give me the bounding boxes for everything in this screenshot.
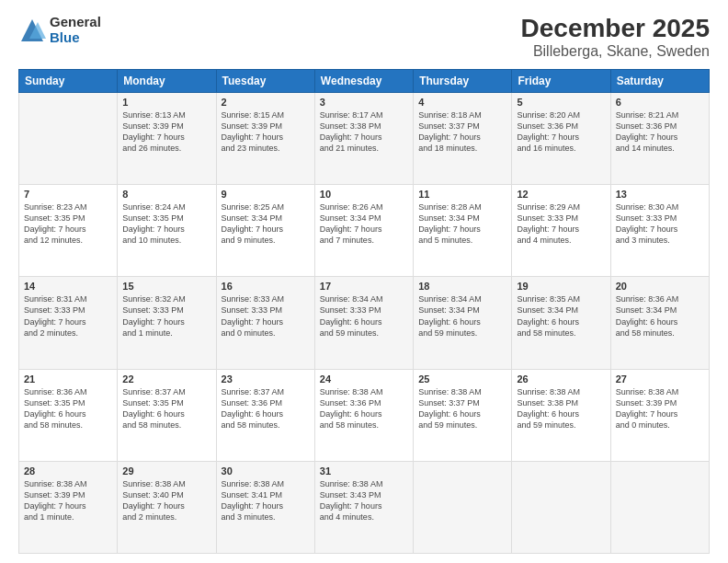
calendar-table: SundayMondayTuesdayWednesdayThursdayFrid…: [18, 69, 710, 554]
calendar-cell: 31Sunrise: 8:38 AM Sunset: 3:43 PM Dayli…: [314, 461, 413, 553]
day-number: 7: [24, 189, 112, 200]
calendar-cell: [414, 461, 512, 553]
day-content: Sunrise: 8:38 AM Sunset: 3:41 PM Dayligh…: [222, 478, 310, 523]
calendar-cell: 12Sunrise: 8:29 AM Sunset: 3:33 PM Dayli…: [512, 185, 610, 277]
calendar-week-5: 28Sunrise: 8:38 AM Sunset: 3:39 PM Dayli…: [19, 461, 710, 553]
calendar-cell: 25Sunrise: 8:38 AM Sunset: 3:37 PM Dayli…: [414, 369, 512, 461]
calendar-cell: 10Sunrise: 8:26 AM Sunset: 3:34 PM Dayli…: [314, 185, 413, 277]
day-content: Sunrise: 8:34 AM Sunset: 3:33 PM Dayligh…: [320, 293, 408, 339]
day-content: Sunrise: 8:21 AM Sunset: 3:36 PM Dayligh…: [616, 109, 704, 155]
day-content: Sunrise: 8:31 AM Sunset: 3:33 PM Dayligh…: [24, 293, 112, 339]
day-content: Sunrise: 8:30 AM Sunset: 3:33 PM Dayligh…: [616, 201, 704, 247]
logo-icon: [18, 17, 46, 44]
calendar-cell: 28Sunrise: 8:38 AM Sunset: 3:39 PM Dayli…: [19, 461, 118, 553]
day-content: Sunrise: 8:35 AM Sunset: 3:34 PM Dayligh…: [517, 293, 605, 339]
day-number: 17: [320, 281, 408, 292]
day-number: 31: [320, 465, 408, 477]
day-number: 1: [122, 97, 210, 108]
calendar-header-row: SundayMondayTuesdayWednesdayThursdayFrid…: [19, 69, 710, 92]
calendar-cell: 17Sunrise: 8:34 AM Sunset: 3:33 PM Dayli…: [314, 277, 413, 369]
calendar-cell: 18Sunrise: 8:34 AM Sunset: 3:34 PM Dayli…: [414, 277, 512, 369]
calendar-cell: 4Sunrise: 8:18 AM Sunset: 3:37 PM Daylig…: [414, 92, 512, 184]
day-content: Sunrise: 8:17 AM Sunset: 3:38 PM Dayligh…: [320, 109, 408, 155]
day-header-sunday: Sunday: [19, 69, 118, 92]
day-number: 20: [616, 281, 704, 292]
calendar-cell: [512, 461, 610, 553]
calendar-week-4: 21Sunrise: 8:36 AM Sunset: 3:35 PM Dayli…: [19, 369, 710, 461]
calendar-cell: 13Sunrise: 8:30 AM Sunset: 3:33 PM Dayli…: [610, 185, 709, 277]
day-header-monday: Monday: [118, 69, 216, 92]
day-header-friday: Friday: [512, 69, 610, 92]
day-header-wednesday: Wednesday: [314, 69, 413, 92]
day-content: Sunrise: 8:26 AM Sunset: 3:34 PM Dayligh…: [320, 201, 408, 247]
logo-general-text: General: [50, 15, 101, 30]
day-content: Sunrise: 8:37 AM Sunset: 3:35 PM Dayligh…: [122, 386, 210, 431]
day-number: 14: [24, 281, 112, 292]
day-content: Sunrise: 8:13 AM Sunset: 3:39 PM Dayligh…: [122, 109, 210, 155]
calendar-cell: 5Sunrise: 8:20 AM Sunset: 3:36 PM Daylig…: [512, 92, 610, 184]
page-header: General Blue December 2025 Billeberga, S…: [18, 15, 710, 60]
day-content: Sunrise: 8:38 AM Sunset: 3:40 PM Dayligh…: [122, 478, 210, 523]
day-number: 19: [517, 281, 605, 292]
day-number: 12: [517, 189, 605, 200]
day-number: 16: [222, 281, 310, 292]
day-number: 27: [616, 373, 704, 385]
day-content: Sunrise: 8:18 AM Sunset: 3:37 PM Dayligh…: [418, 109, 506, 155]
day-number: 24: [320, 373, 408, 385]
day-number: 25: [418, 373, 506, 385]
calendar-week-1: 1Sunrise: 8:13 AM Sunset: 3:39 PM Daylig…: [19, 92, 710, 184]
calendar-cell: 2Sunrise: 8:15 AM Sunset: 3:39 PM Daylig…: [216, 92, 314, 184]
day-content: Sunrise: 8:33 AM Sunset: 3:33 PM Dayligh…: [222, 293, 310, 339]
day-number: 18: [418, 281, 506, 292]
day-number: 9: [222, 189, 310, 200]
day-number: 6: [616, 97, 704, 108]
day-number: 26: [517, 373, 605, 385]
day-number: 23: [222, 373, 310, 385]
day-header-tuesday: Tuesday: [216, 69, 314, 92]
day-number: 3: [320, 97, 408, 108]
day-number: 8: [122, 189, 210, 200]
day-number: 22: [122, 373, 210, 385]
day-content: Sunrise: 8:29 AM Sunset: 3:33 PM Dayligh…: [517, 201, 605, 247]
day-content: Sunrise: 8:36 AM Sunset: 3:34 PM Dayligh…: [616, 293, 704, 339]
day-number: 30: [222, 465, 310, 477]
day-content: Sunrise: 8:28 AM Sunset: 3:34 PM Dayligh…: [418, 201, 506, 247]
logo: General Blue: [18, 15, 101, 45]
calendar-cell: 21Sunrise: 8:36 AM Sunset: 3:35 PM Dayli…: [19, 369, 118, 461]
day-content: Sunrise: 8:38 AM Sunset: 3:36 PM Dayligh…: [320, 386, 408, 431]
day-number: 29: [122, 465, 210, 477]
day-content: Sunrise: 8:38 AM Sunset: 3:37 PM Dayligh…: [418, 386, 506, 431]
title-block: December 2025 Billeberga, Skane, Sweden: [521, 15, 710, 60]
calendar-cell: [610, 461, 709, 553]
day-number: 21: [24, 373, 112, 385]
calendar-cell: 3Sunrise: 8:17 AM Sunset: 3:38 PM Daylig…: [314, 92, 413, 184]
day-content: Sunrise: 8:36 AM Sunset: 3:35 PM Dayligh…: [24, 386, 112, 431]
day-number: 10: [320, 189, 408, 200]
calendar-cell: 1Sunrise: 8:13 AM Sunset: 3:39 PM Daylig…: [118, 92, 216, 184]
day-header-thursday: Thursday: [414, 69, 512, 92]
day-number: 4: [418, 97, 506, 108]
day-content: Sunrise: 8:38 AM Sunset: 3:38 PM Dayligh…: [517, 386, 605, 431]
calendar-cell: 14Sunrise: 8:31 AM Sunset: 3:33 PM Dayli…: [19, 277, 118, 369]
day-number: 11: [418, 189, 506, 200]
day-content: Sunrise: 8:37 AM Sunset: 3:36 PM Dayligh…: [222, 386, 310, 431]
day-content: Sunrise: 8:38 AM Sunset: 3:39 PM Dayligh…: [24, 478, 112, 523]
day-number: 13: [616, 189, 704, 200]
logo-blue-text: Blue: [50, 30, 101, 46]
calendar-cell: 16Sunrise: 8:33 AM Sunset: 3:33 PM Dayli…: [216, 277, 314, 369]
calendar-cell: 27Sunrise: 8:38 AM Sunset: 3:39 PM Dayli…: [610, 369, 709, 461]
day-content: Sunrise: 8:38 AM Sunset: 3:39 PM Dayligh…: [616, 386, 704, 431]
calendar-cell: 9Sunrise: 8:25 AM Sunset: 3:34 PM Daylig…: [216, 185, 314, 277]
day-content: Sunrise: 8:34 AM Sunset: 3:34 PM Dayligh…: [418, 293, 506, 339]
day-content: Sunrise: 8:38 AM Sunset: 3:43 PM Dayligh…: [320, 478, 408, 523]
day-number: 2: [222, 97, 310, 108]
calendar-title: December 2025: [521, 15, 710, 43]
calendar-cell: 19Sunrise: 8:35 AM Sunset: 3:34 PM Dayli…: [512, 277, 610, 369]
calendar-cell: 24Sunrise: 8:38 AM Sunset: 3:36 PM Dayli…: [314, 369, 413, 461]
day-number: 28: [24, 465, 112, 477]
day-content: Sunrise: 8:15 AM Sunset: 3:39 PM Dayligh…: [222, 109, 310, 155]
calendar-cell: 23Sunrise: 8:37 AM Sunset: 3:36 PM Dayli…: [216, 369, 314, 461]
calendar-cell: [19, 92, 118, 184]
calendar-cell: 6Sunrise: 8:21 AM Sunset: 3:36 PM Daylig…: [610, 92, 709, 184]
day-number: 5: [517, 97, 605, 108]
